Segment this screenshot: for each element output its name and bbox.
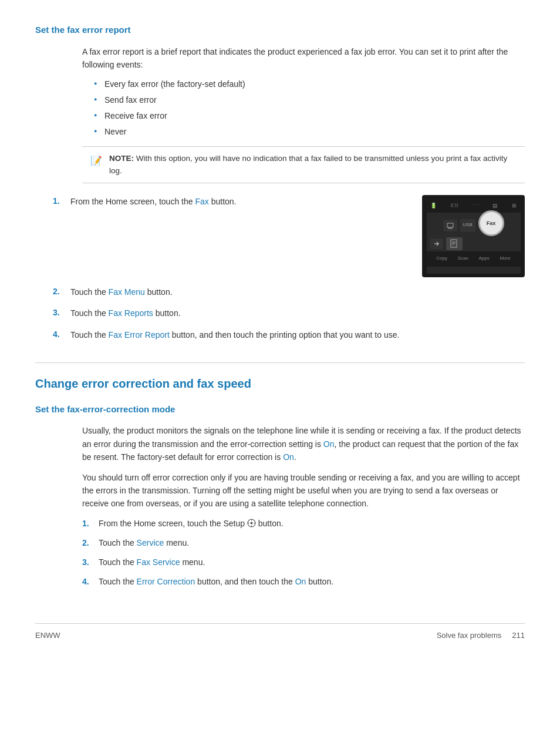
page-footer: ENWW Solve fax problems 211 [35, 623, 525, 641]
screen-icons-top: USB Fax [427, 213, 521, 237]
step-1-text-after: button. [209, 197, 237, 206]
sub-step-4-content: Touch the Error Correction button, and t… [99, 576, 333, 588]
sub-step-2-link[interactable]: Service [137, 538, 164, 547]
screen-icon-grid: ⊞ [512, 201, 517, 210]
screen-topbar: 🔋 ((·)) · · · ▤ ⊞ [427, 199, 521, 213]
screen-icons-mid [427, 237, 521, 251]
setup-icon-inline [247, 519, 256, 527]
device-screen: 🔋 ((·)) · · · ▤ ⊞ USB [427, 199, 521, 274]
step-4-content: Touch the Fax Error Report button, and t… [70, 328, 525, 341]
svg-rect-0 [451, 240, 457, 247]
step-3-content: Touch the Fax Reports button. [70, 307, 525, 320]
section2-link-on2[interactable]: On [283, 452, 294, 462]
sub-step-4: 4. Touch the Error Correction button, an… [82, 576, 525, 588]
step-2-link[interactable]: Fax Menu [109, 287, 145, 297]
screen-icon-battery: 🔋 [430, 201, 437, 210]
screen-icon-dots: · · · [472, 201, 478, 209]
sub-step-3-content: Touch the Fax Service menu. [99, 556, 205, 569]
note-box: 📝 NOTE: With this option, you will have … [82, 146, 525, 183]
section2-para2: You should turn off error correction onl… [82, 471, 525, 510]
chapter-change-error-correction: Change error correction and fax speed Se… [35, 362, 525, 588]
section1-heading: Set the fax error report [35, 23, 525, 37]
step-2-num: 2. [53, 285, 70, 298]
sub-step-2-content: Touch the Service menu. [99, 537, 189, 549]
footer-right: Solve fax problems 211 [437, 630, 525, 641]
sub-step-4-link1[interactable]: Error Correction [137, 577, 195, 586]
sub-step-2-num: 2. [82, 537, 99, 549]
list-item: Send fax error [94, 94, 525, 106]
sub-step-3-num: 3. [82, 556, 99, 569]
step-2-content: Touch the Fax Menu button. [70, 285, 525, 298]
screen-icon1 [443, 220, 457, 231]
sub-step-4-num: 4. [82, 576, 99, 588]
note-content: NOTE: With this option, you will have no… [109, 153, 517, 177]
step-2-text-after: button. [145, 287, 173, 297]
bottom-scan: Scan [458, 255, 468, 263]
fax-button-circle: Fax [478, 210, 504, 236]
step-4-text-before: Touch the [70, 330, 109, 340]
step-3-num: 3. [53, 307, 70, 319]
step-4-num: 4. [53, 328, 70, 341]
step-1-num: 1. [53, 195, 70, 207]
step-1: 1. From the Home screen, touch the Fax b… [53, 195, 525, 277]
sub-step-3-link[interactable]: Fax Service [137, 557, 180, 567]
bottom-copy: Copy [436, 255, 447, 263]
step-3-link[interactable]: Fax Reports [109, 308, 153, 318]
screen-icon-page [446, 237, 463, 250]
footer-left: ENWW [35, 630, 60, 641]
step-2: 2. Touch the Fax Menu button. [53, 285, 525, 298]
step-4-text-after: button, and then touch the printing opti… [170, 330, 400, 340]
chapter-heading: Change error correction and fax speed [35, 362, 525, 392]
section2-para1: Usually, the product monitors the signal… [82, 424, 525, 463]
screen-icon-arrow [430, 238, 443, 249]
step-1-text: From the Home screen, touch the Fax butt… [70, 195, 410, 208]
step-4-link[interactable]: Fax Error Report [109, 330, 170, 340]
sub-step-1: 1. From the Home screen, touch the Setup… [82, 518, 525, 530]
bullet-list: Every fax error (the factory-set default… [94, 78, 525, 138]
screen-icon-wifi: ((·)) [450, 201, 458, 209]
screen-bottom-bar: Copy Scan Apps More [427, 251, 521, 267]
section2-heading: Set the fax-error-correction mode [35, 403, 525, 416]
step-3: 3. Touch the Fax Reports button. [53, 307, 525, 320]
step-2-text-before: Touch the [70, 287, 109, 297]
section-set-fax-error-report: Set the fax error report A fax error rep… [35, 23, 525, 341]
device-screenshot: 🔋 ((·)) · · · ▤ ⊞ USB [422, 195, 525, 277]
sub-step-4-link2[interactable]: On [295, 577, 306, 586]
bottom-apps: Apps [479, 255, 490, 263]
step-1-text-before: From the Home screen, touch the [70, 197, 195, 206]
steps-list: 1. From the Home screen, touch the Fax b… [53, 195, 525, 341]
footer-page-num: 211 [512, 631, 525, 640]
note-text: With this option, you will have no indic… [109, 154, 507, 174]
bottom-more: More [500, 255, 510, 263]
section2-steps: 1. From the Home screen, touch the Setup… [82, 518, 525, 588]
list-item: Receive fax error [94, 110, 525, 122]
svg-point-2 [250, 522, 252, 524]
sub-step-3: 3. Touch the Fax Service menu. [82, 556, 525, 569]
section2-link-on1[interactable]: On [323, 439, 335, 449]
step-4: 4. Touch the Fax Error Report button, an… [53, 328, 525, 341]
screen-usb-label: USB [460, 219, 475, 232]
sub-step-2: 2. Touch the Service menu. [82, 537, 525, 549]
note-icon: 📝 [90, 154, 103, 168]
sub-step-1-content: From the Home screen, touch the Setup bu… [99, 518, 284, 530]
section1-intro: A fax error report is a brief report tha… [82, 45, 525, 72]
list-item: Never [94, 126, 525, 138]
step-3-text-before: Touch the [70, 308, 109, 318]
sub-step-1-num: 1. [82, 518, 99, 530]
step-3-text-after: button. [153, 308, 181, 318]
step-1-content: From the Home screen, touch the Fax butt… [70, 195, 525, 277]
footer-section-label: Solve fax problems [437, 631, 502, 640]
list-item: Every fax error (the factory-set default… [94, 78, 525, 90]
note-label: NOTE: [109, 154, 134, 163]
step-1-link-fax[interactable]: Fax [195, 197, 208, 206]
section2-para1-end: . [294, 452, 296, 462]
screen-icon-signal: ▤ [492, 201, 498, 210]
